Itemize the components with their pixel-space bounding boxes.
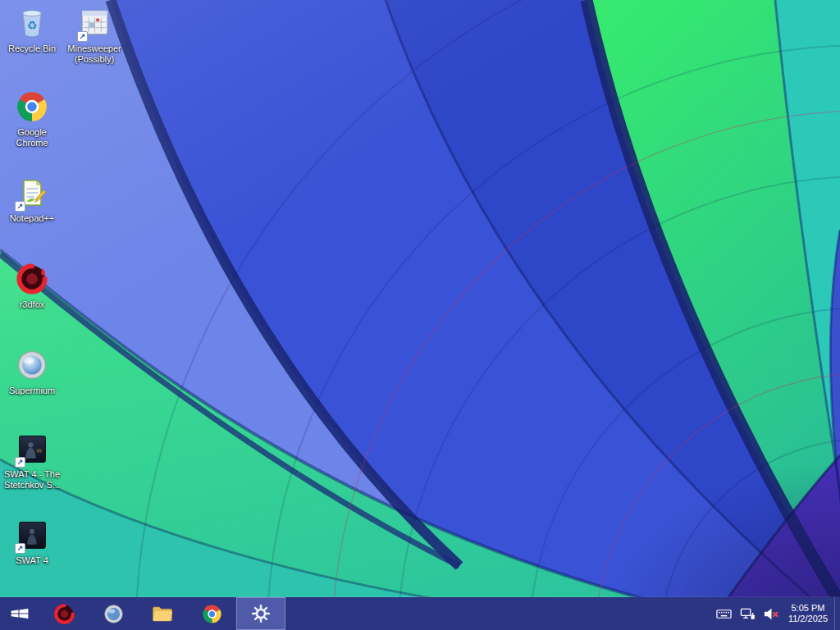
- supermium-icon: [103, 604, 124, 624]
- taskbar-pinned-file-explorer[interactable]: [138, 597, 187, 630]
- r3dfox-icon: [2, 261, 62, 297]
- taskbar-empty-area: [285, 597, 713, 630]
- show-desktop-strip[interactable]: [834, 597, 840, 630]
- volume-muted-tray-icon[interactable]: [764, 605, 780, 622]
- taskbar: 5:05 PM 11/2/2025: [0, 597, 840, 630]
- icon-label: r3dfox: [2, 299, 62, 310]
- desktop-icon-recycle-bin[interactable]: ♻ Recycle Bin: [2, 5, 62, 54]
- swat4-icon: ↗: [2, 517, 62, 553]
- system-tray: [713, 597, 787, 630]
- shortcut-arrow-icon: ↗: [77, 31, 88, 42]
- desktop-icon-notepadpp[interactable]: ↗ Notepad++: [2, 175, 62, 224]
- clock-time: 5:05 PM: [788, 603, 828, 614]
- recycle-bin-icon: ♻: [2, 5, 62, 41]
- clock-date: 11/2/2025: [788, 614, 828, 624]
- icon-label: Recycle Bin: [2, 43, 62, 54]
- taskbar-pinned-settings[interactable]: [236, 597, 285, 630]
- desktop-icon-minesweeper[interactable]: ↗ Minesweeper (Possibly): [64, 5, 125, 65]
- desktop-icon-supermium[interactable]: Supermium: [2, 347, 62, 396]
- icon-label: Notepad++: [2, 213, 62, 224]
- shortcut-arrow-icon: ↗: [15, 543, 25, 554]
- taskbar-pinned-r3dfox[interactable]: [39, 597, 89, 630]
- chrome-icon: [202, 604, 222, 624]
- start-button[interactable]: [0, 597, 39, 630]
- chrome-icon: [2, 89, 62, 125]
- swat4-stetchkov-icon: ↗: [2, 431, 62, 467]
- shortcut-arrow-icon: ↗: [15, 201, 25, 212]
- gear-icon: [251, 604, 271, 623]
- taskbar-pinned-supermium[interactable]: [89, 597, 138, 630]
- icon-label: Supermium: [2, 386, 62, 396]
- desktop-icon-r3dfox[interactable]: r3dfox: [2, 261, 62, 310]
- light-overlay: [0, 0, 840, 630]
- wallpaper-balloon: [0, 0, 840, 630]
- icon-label: SWAT 4 - The Stetchkov S...: [2, 469, 62, 491]
- icon-label: SWAT 4: [2, 555, 62, 566]
- icon-label: Google Chrome: [2, 127, 62, 148]
- svg-text:♻: ♻: [27, 20, 38, 33]
- folder-icon: [152, 605, 173, 623]
- desktop-icon-swat4[interactable]: ↗ SWAT 4: [2, 517, 62, 566]
- r3dfox-icon: [54, 604, 75, 624]
- minesweeper-icon: ↗: [64, 5, 125, 41]
- shortcut-arrow-icon: ↗: [15, 457, 25, 468]
- supermium-icon: [2, 347, 62, 383]
- desktop-icon-google-chrome[interactable]: Google Chrome: [2, 89, 62, 148]
- network-tray-icon[interactable]: [740, 605, 756, 622]
- taskbar-clock[interactable]: 5:05 PM 11/2/2025: [787, 597, 834, 630]
- touch-keyboard-tray-icon[interactable]: [716, 605, 733, 622]
- windows-logo-icon: [9, 604, 30, 623]
- desktop-icon-swat4-stetchkov[interactable]: ↗ SWAT 4 - The Stetchkov S...: [2, 431, 62, 491]
- notepadpp-icon: ↗: [2, 175, 62, 211]
- taskbar-pinned-chrome[interactable]: [187, 597, 236, 630]
- icon-label: Minesweeper (Possibly): [64, 43, 125, 65]
